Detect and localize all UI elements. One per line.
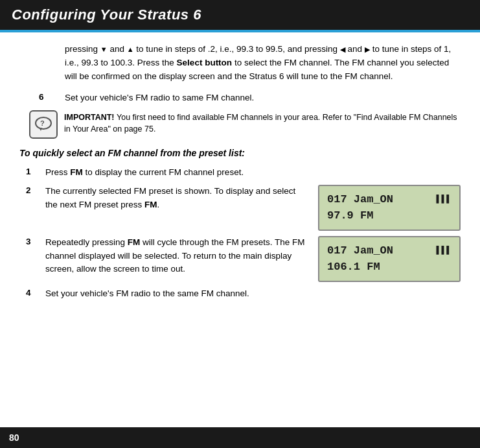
steps-section: 1 Press FM to display the current FM cha… (19, 166, 461, 301)
lcd-display-1: 017 Jam_ON ▌▌▌ 97.9 FM (318, 185, 461, 231)
step-2-text: The currently selected FM preset is show… (45, 185, 309, 212)
lcd2-signal: ▌▌▌ (437, 244, 451, 257)
step-6-text: Set your vehicle's FM radio to same FM c… (65, 91, 461, 105)
step-4-number: 4 (26, 287, 45, 298)
important-text-block: IMPORTANT! You first need to find availa… (64, 110, 461, 136)
and-connector-2: and (348, 44, 365, 54)
step-4-content: Set your vehicle's FM radio to the same … (45, 287, 461, 301)
list-step-2: 2 The currently selected FM preset is sh… (26, 185, 461, 231)
step-3-text: Repeatedly pressing FM will cycle throug… (45, 236, 309, 277)
step-3-content: Repeatedly pressing FM will cycle throug… (45, 236, 461, 282)
step-1-number: 1 (26, 166, 45, 176)
section-heading: To quickly select an FM channel from the… (19, 148, 461, 158)
step-1-text: Press FM to display the current FM chann… (45, 166, 461, 180)
arrow-right-icon (365, 44, 370, 54)
step-2-number: 2 (26, 185, 45, 195)
intro-paragraph: pressing and to tune in steps of .2, i.e… (19, 43, 461, 84)
lcd1-line2: 97.9 FM (327, 207, 451, 224)
list-step-4: 4 Set your vehicle's FM radio to the sam… (26, 287, 461, 301)
step-6-row: 6 Set your vehicle's FM radio to same FM… (19, 91, 461, 105)
svg-text:?: ? (40, 119, 45, 127)
lcd2-line1: 017 Jam_ON ▌▌▌ (327, 242, 451, 259)
list-step-1: 1 Press FM to display the current FM cha… (26, 166, 461, 180)
lcd2-line1-text: 017 Jam_ON (327, 242, 393, 259)
step-1-content: Press FM to display the current FM chann… (45, 166, 461, 180)
important-row: ? IMPORTANT! You first need to find avai… (19, 110, 461, 139)
page-title: Configuring Your Stratus 6 (12, 6, 201, 23)
page-number: 80 (9, 432, 19, 443)
list-step-3: 3 Repeatedly pressing FM will cycle thro… (26, 236, 461, 282)
select-button-label: Select button (177, 58, 233, 67)
and-connector: and (109, 44, 126, 54)
header-bar: Configuring Your Stratus 6 (0, 0, 480, 30)
bottom-bar: 80 (0, 427, 480, 448)
lcd1-signal: ▌▌▌ (437, 193, 451, 206)
speech-bubble-icon: ? (34, 115, 52, 134)
lcd-display-2: 017 Jam_ON ▌▌▌ 106.1 FM (318, 236, 461, 282)
step-3-number: 3 (26, 236, 45, 246)
arrow-left-icon (340, 44, 345, 54)
lcd1-line1: 017 Jam_ON ▌▌▌ (327, 191, 451, 208)
main-content: pressing and to tune in steps of .2, i.e… (0, 32, 480, 301)
important-label: IMPORTANT! (64, 113, 117, 122)
arrow-down-icon (100, 44, 108, 54)
arrow-up-icon (127, 44, 134, 54)
step-2-content: The currently selected FM preset is show… (45, 185, 461, 231)
lcd1-line1-text: 017 Jam_ON (327, 191, 393, 208)
important-icon: ? (29, 110, 58, 139)
important-body: You first need to find available FM chan… (64, 113, 457, 134)
lcd2-line2: 106.1 FM (327, 259, 451, 276)
step-4-text: Set your vehicle's FM radio to the same … (45, 287, 461, 301)
step-6-number: 6 (19, 91, 65, 102)
